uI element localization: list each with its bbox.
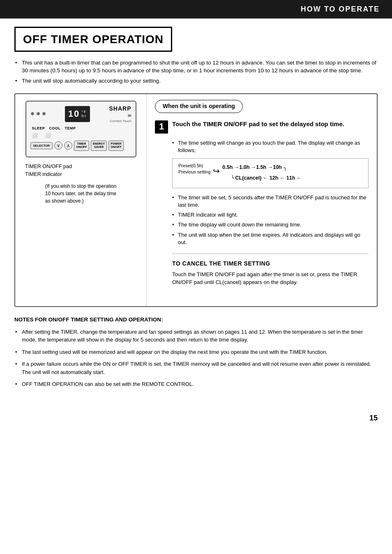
when-operating-badge: When the unit is operating bbox=[155, 100, 243, 113]
cancel-section: TO CANCEL THE TIMER SETTING Touch the TI… bbox=[172, 254, 369, 286]
notes-list: After setting the TIMER, change the temp… bbox=[14, 328, 378, 388]
previous-label: Previous setting bbox=[178, 169, 210, 175]
ac-icons: ❄ ❄ ❄ bbox=[30, 111, 46, 118]
note-item-3: If a power failure occurs while the ON o… bbox=[14, 360, 378, 376]
diagram-right-panel: When the unit is operating 1 Touch the T… bbox=[147, 94, 377, 306]
timer-flow-diagram: Preset(0.5h) Previous setting ↪ 0.5h →1.… bbox=[172, 158, 369, 188]
header-title: HOW TO OPERATE bbox=[301, 5, 380, 13]
up-button[interactable]: ∧ bbox=[64, 141, 72, 150]
diagram-note: (If you wish to stop the operation10 hou… bbox=[44, 179, 118, 208]
page-header: HOW TO OPERATE bbox=[0, 0, 392, 18]
diagram-note-text: (If you wish to stop the operation10 hou… bbox=[45, 182, 116, 205]
step-1-bullets: The time setting will change as you touc… bbox=[172, 139, 369, 154]
step-1-content: The time setting will change as you touc… bbox=[155, 139, 369, 286]
diagram-labels: TIMER ON/OFF pad TIMER indicator bbox=[21, 163, 141, 179]
step-bullet-countdown: The time display will count down the rem… bbox=[172, 221, 369, 229]
ac-unit-hr: hr bbox=[81, 114, 87, 118]
step-1-header: 1 Touch the TIMER ON/OFF pad to set the … bbox=[155, 120, 369, 134]
step-bullet-display: The time setting will change as you touc… bbox=[172, 139, 369, 154]
ac-labels-row: SLEEP COOL TEMP bbox=[30, 126, 131, 131]
intro-bullets: This unit has a built-in timer that can … bbox=[14, 59, 378, 85]
mail-icon: ✉ bbox=[109, 113, 131, 119]
label-cool: COOL bbox=[49, 126, 61, 131]
ac-display: 10 °F hr bbox=[65, 106, 90, 122]
ac-buttons-row: SELECTOR ∨ ∧ TIMERON/OFF ENERGYSAVER POW… bbox=[30, 141, 131, 151]
indicator-cool: ⬜ bbox=[45, 132, 51, 138]
step-1-title: Touch the TIMER ON/OFF pad to set the de… bbox=[172, 120, 344, 128]
ac-display-units: °F hr bbox=[81, 110, 87, 119]
timer-button[interactable]: TIMERON/OFF bbox=[74, 141, 89, 151]
ac-unit-f: °F bbox=[81, 110, 87, 114]
energy-saver-button[interactable]: ENERGYSAVER bbox=[91, 141, 107, 151]
note-item-4: OFF TIMER OPERATION can also be set with… bbox=[14, 380, 378, 388]
step-1-number: 1 bbox=[155, 120, 168, 134]
snowflake-icon-2: ❄ bbox=[36, 111, 40, 118]
step-bullet-stop: The unit will stop when the set time exp… bbox=[172, 231, 369, 246]
comfort-touch: Comfort Touch bbox=[109, 119, 131, 123]
timer-pad-label: TIMER ON/OFF pad bbox=[25, 163, 141, 171]
selector-button[interactable]: SELECTOR bbox=[30, 142, 53, 149]
step-1-bullets-2: The timer will be set, 5 seconds after t… bbox=[172, 194, 369, 246]
ac-display-number: 10 bbox=[68, 108, 80, 120]
diagram-section: ❄ ❄ ❄ 10 °F hr SHARP ✉ Comfort bbox=[14, 93, 378, 307]
sharp-logo: SHARP bbox=[109, 105, 131, 113]
cancel-text: Touch the TIMER ON/OFF pad again after t… bbox=[172, 270, 369, 286]
step-bullet-timer-set: The timer will be set, 5 seconds after t… bbox=[172, 194, 369, 209]
label-sleep: SLEEP bbox=[32, 126, 45, 131]
page-number: 15 bbox=[0, 409, 392, 432]
snowflake-icon-1: ❄ bbox=[30, 111, 35, 118]
note-item-2: The last setting used will be memorized … bbox=[14, 348, 378, 356]
page-title-box: OFF TIMER OPERATION bbox=[14, 27, 172, 52]
diagram-left-panel: ❄ ❄ ❄ 10 °F hr SHARP ✉ Comfort bbox=[15, 94, 147, 306]
flow-bottom-values: CL(cancel) ← 12h ← 11h ← bbox=[235, 173, 302, 183]
intro-bullet-2: The unit will stop automatically accordi… bbox=[14, 77, 378, 85]
flow-top-values: 0.5h →1.0h →1.5h →10h bbox=[222, 163, 282, 172]
note-item-1: After setting the TIMER, change the temp… bbox=[14, 328, 378, 344]
cancel-title: TO CANCEL THE TIMER SETTING bbox=[172, 260, 369, 268]
label-temp: TEMP bbox=[65, 126, 76, 131]
ac-unit-illustration: ❄ ❄ ❄ 10 °F hr SHARP ✉ Comfort bbox=[25, 101, 136, 157]
notes-section: NOTES FOR ON/OFF TIMER SETTING AND OPERA… bbox=[14, 316, 378, 401]
step-bullet-indicator: TIMER indicator will light. bbox=[172, 211, 369, 219]
indicator-sleep: ⬜ bbox=[32, 132, 38, 138]
flow-top-row: 0.5h →1.0h →1.5h →10h ┐ bbox=[222, 163, 302, 172]
flow-bottom-row: └ CL(cancel) ← 12h ← 11h ← bbox=[222, 173, 302, 182]
power-button[interactable]: POWERON/OFF bbox=[108, 141, 123, 151]
page-title: OFF TIMER OPERATION bbox=[23, 31, 164, 47]
notes-title: NOTES FOR ON/OFF TIMER SETTING AND OPERA… bbox=[14, 316, 378, 324]
preset-label: Preset(0.5h) bbox=[178, 163, 210, 169]
timer-indicator-label: TIMER indicator bbox=[25, 171, 141, 178]
intro-bullet-1: This unit has a built-in timer that can … bbox=[14, 59, 378, 75]
snowflake-icon-3: ❄ bbox=[42, 111, 46, 118]
down-button[interactable]: ∨ bbox=[54, 141, 62, 150]
